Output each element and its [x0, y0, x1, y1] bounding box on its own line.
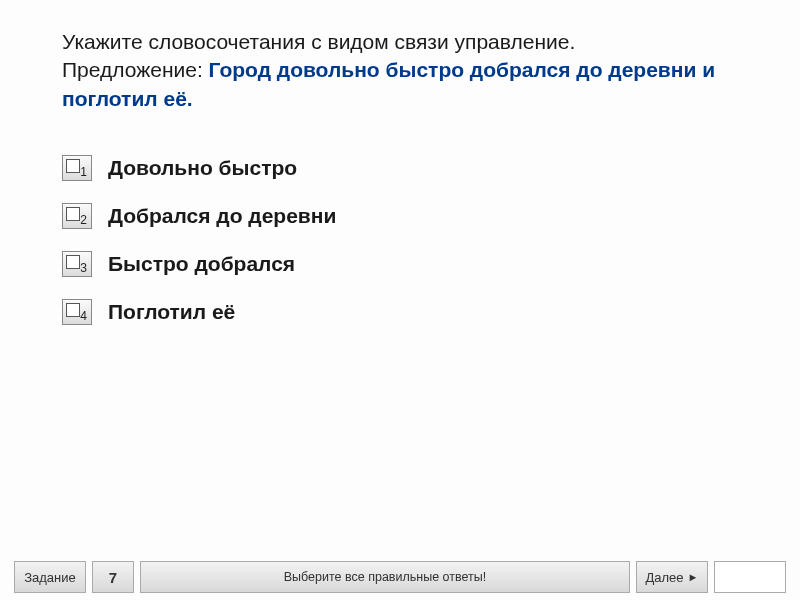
checkbox-icon [66, 159, 80, 173]
option-row: 1 Довольно быстро [62, 155, 750, 181]
question-prompt: Укажите словосочетания с видом связи упр… [62, 30, 575, 53]
task-number: 7 [92, 561, 134, 593]
option-button-2[interactable]: 2 [62, 203, 92, 229]
arrow-right-icon: ► [688, 571, 699, 583]
option-button-4[interactable]: 4 [62, 299, 92, 325]
checkbox-icon [66, 255, 80, 269]
option-number: 2 [80, 213, 87, 227]
option-row: 3 Быстро добрался [62, 251, 750, 277]
option-button-1[interactable]: 1 [62, 155, 92, 181]
option-row: 2 Добрался до деревни [62, 203, 750, 229]
next-label: Далее [646, 570, 684, 585]
option-button-3[interactable]: 3 [62, 251, 92, 277]
options-list: 1 Довольно быстро 2 Добрался до деревни … [62, 155, 750, 325]
option-row: 4 Поглотил её [62, 299, 750, 325]
option-number: 1 [80, 165, 87, 179]
option-label: Довольно быстро [108, 156, 297, 180]
blank-panel [714, 561, 786, 593]
hint-text: Выберите все правильные ответы! [140, 561, 630, 593]
task-label: Задание [14, 561, 86, 593]
question-text: Укажите словосочетания с видом связи упр… [62, 28, 750, 113]
option-number: 3 [80, 261, 87, 275]
option-label: Быстро добрался [108, 252, 295, 276]
checkbox-icon [66, 303, 80, 317]
footer-bar: Задание 7 Выберите все правильные ответы… [0, 561, 800, 593]
sentence-label: Предложение: [62, 58, 209, 81]
next-button[interactable]: Далее ► [636, 561, 708, 593]
option-label: Поглотил её [108, 300, 235, 324]
option-number: 4 [80, 309, 87, 323]
question-area: Укажите словосочетания с видом связи упр… [0, 0, 800, 325]
option-label: Добрался до деревни [108, 204, 336, 228]
checkbox-icon [66, 207, 80, 221]
